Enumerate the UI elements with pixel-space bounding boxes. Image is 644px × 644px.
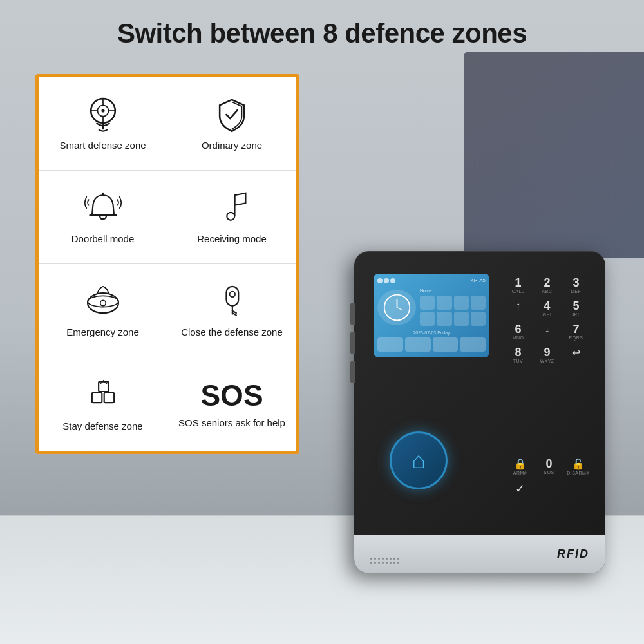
feature-grid: Smart defense zone Ordinary zone: [39, 77, 296, 451]
key-down[interactable]: ↓: [536, 323, 558, 340]
device-screen: KR-A5 Home: [374, 274, 489, 357]
bell-icon: [80, 189, 126, 227]
bottom-keypad: 🔒 ARM# 0 SOS 🔓 DISARM# ✓: [502, 451, 596, 502]
shield-icon: [209, 95, 254, 134]
speaker-dots: [370, 558, 399, 564]
feature-smart-defense: Smart defense zone: [39, 77, 167, 171]
receiving-mode-label: Receiving mode: [197, 232, 267, 245]
head-gear-icon: [80, 95, 126, 134]
svg-rect-21: [104, 392, 113, 402]
sos-icon: SOS: [209, 379, 254, 412]
svg-line-9: [230, 110, 237, 118]
feature-sos-help: SOS SOS seniors ask for help: [167, 357, 296, 451]
emergency-zone-label: Emergency zone: [66, 326, 139, 339]
stay-defense-label: Stay defense zone: [62, 420, 142, 433]
home-button[interactable]: ⌂: [390, 431, 448, 489]
feature-card: Smart defense zone Ordinary zone: [35, 74, 299, 454]
svg-rect-20: [91, 392, 101, 402]
feature-ordinary-zone: Ordinary zone: [167, 77, 296, 171]
key-9[interactable]: 9 WXYZ: [536, 346, 558, 363]
svg-point-11: [227, 213, 234, 220]
page-title: Switch between 8 defence zones: [0, 18, 644, 49]
device-body: KR-A5 Home: [354, 251, 605, 573]
home-boxes-icon: [80, 376, 126, 415]
key-3[interactable]: 3 DEF: [565, 277, 587, 294]
close-defense-label: Close the defense zone: [181, 326, 283, 339]
smoke-detector-icon: [80, 282, 126, 321]
svg-rect-22: [99, 381, 108, 391]
key-7[interactable]: 7 PQRS: [565, 323, 587, 340]
key-icon: [209, 282, 254, 321]
music-note-icon: [209, 189, 254, 227]
ordinary-zone-label: Ordinary zone: [202, 139, 262, 152]
key-2[interactable]: 2 ABC: [536, 277, 558, 294]
side-button-bottom[interactable]: [350, 361, 355, 383]
key-up[interactable]: ↑: [507, 300, 529, 317]
screen-clock: [377, 290, 416, 325]
tv-screen-decoration: [464, 52, 644, 258]
smart-defense-label: Smart defense zone: [59, 139, 146, 152]
sos-text: SOS: [200, 381, 263, 410]
alarm-device: KR-A5 Home: [354, 251, 605, 573]
sos-help-label: SOS seniors ask for help: [178, 417, 285, 430]
key-disarm[interactable]: 🔓 DISARM#: [567, 458, 589, 475]
key-8[interactable]: 8 TUV: [507, 346, 529, 363]
key-back[interactable]: ↩: [565, 346, 587, 363]
svg-point-16: [230, 292, 236, 298]
rfid-brand-label: RFID: [557, 547, 589, 561]
feature-emergency-zone: Emergency zone: [39, 264, 167, 357]
home-icon: ⌂: [412, 447, 426, 474]
svg-point-14: [100, 301, 106, 307]
feature-doorbell-mode: Doorbell mode: [39, 171, 167, 264]
svg-point-6: [101, 109, 104, 113]
key-check[interactable]: ✓: [509, 482, 531, 496]
device-keypad: 1 CALL 2 ABC 3 DEF ↑ 4 GHI 5 JKL: [500, 270, 594, 370]
key-0[interactable]: 0 SOS: [538, 458, 560, 475]
key-arm[interactable]: 🔒 ARM#: [509, 458, 531, 475]
feature-receiving-mode: Receiving mode: [167, 171, 296, 264]
svg-rect-15: [226, 287, 238, 306]
side-button-mid[interactable]: [350, 332, 355, 354]
key-1[interactable]: 1 CALL: [507, 277, 529, 294]
key-4[interactable]: 4 GHI: [536, 300, 558, 317]
feature-close-defense: Close the defense zone: [167, 264, 296, 357]
key-6[interactable]: 6 MNO: [507, 323, 529, 340]
feature-stay-defense: Stay defense zone: [39, 357, 167, 451]
device-bottom-trim: RFID: [354, 535, 605, 573]
doorbell-mode-label: Doorbell mode: [71, 232, 135, 245]
side-button-top[interactable]: [350, 303, 355, 325]
key-5[interactable]: 5 JKL: [565, 300, 587, 317]
